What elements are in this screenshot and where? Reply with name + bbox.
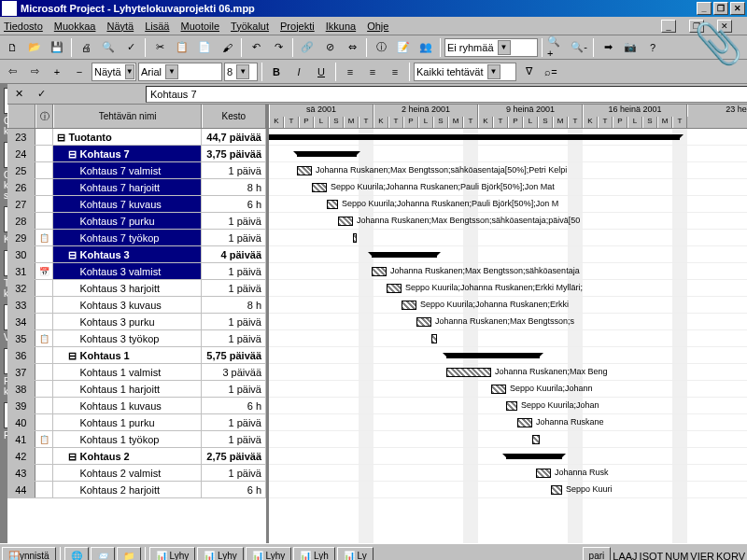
duration-cell[interactable]: 1 päivä	[202, 314, 266, 329]
task-name-cell[interactable]: Kohtaus 1 harjoitt	[53, 381, 201, 397]
task-bar[interactable]	[551, 485, 562, 495]
zoom-out-button[interactable]: 🔍-	[569, 37, 589, 58]
split-button[interactable]: ⇔	[342, 37, 362, 58]
task-bar[interactable]	[506, 401, 517, 411]
task-name-cell[interactable]: ⊟ Kohtaus 3	[53, 246, 201, 262]
duration-cell[interactable]: 4 päivää	[202, 246, 266, 262]
paste-button[interactable]: 📄	[194, 37, 215, 58]
table-row[interactable]: 43Kohtaus 2 valmist1 päivä	[7, 465, 266, 482]
task-bar[interactable]	[402, 301, 416, 310]
gantt-row[interactable]: Seppo Kuurila;Johan	[269, 398, 747, 414]
gantt-row[interactable]: Johanna Ruskanen;Max Bengtsson;sähköasen…	[269, 162, 747, 179]
filter-for-button[interactable]: ⌕=	[541, 62, 561, 82]
task-bar[interactable]	[536, 469, 551, 478]
taskbar-app[interactable]: 📨	[91, 547, 115, 561]
duration-cell[interactable]: 6 h	[202, 196, 266, 212]
assign-button[interactable]: 👥	[416, 37, 436, 58]
preview-button[interactable]: 🔍	[98, 37, 119, 58]
task-name-cell[interactable]: Kohtaus 7 kuvaus	[53, 196, 201, 212]
table-row[interactable]: 23⊟ Tuotanto44,7 päivää	[7, 129, 266, 146]
outline-toggle-icon[interactable]: ⊟	[57, 132, 68, 143]
row-number[interactable]: 25	[7, 162, 35, 178]
camera-button[interactable]: 📷	[620, 37, 641, 58]
task-bar[interactable]	[532, 435, 540, 444]
task-name-cell[interactable]: Kohtaus 2 valmist	[53, 465, 201, 481]
task-name-cell[interactable]: Kohtaus 1 kuvaus	[53, 398, 201, 413]
row-number[interactable]: 24	[7, 146, 35, 161]
indicator-header[interactable]: ⓘ	[35, 105, 54, 128]
gantt-row[interactable]	[269, 448, 747, 465]
align-right-button[interactable]: ≡	[385, 62, 405, 82]
fontsize-combo[interactable]: 8▼	[224, 63, 258, 81]
row-number[interactable]: 44	[7, 482, 35, 497]
gantt-row[interactable]: Johanna Rusk	[269, 465, 747, 482]
gantt-row[interactable]: Seppo Kuurila;Johann	[269, 381, 747, 398]
menu-file[interactable]: Tiedosto	[4, 21, 43, 32]
table-row[interactable]: 29📋Kohtaus 7 työkop1 päivä	[7, 230, 266, 246]
row-number[interactable]: 30	[7, 246, 35, 262]
duration-cell[interactable]: 3 päivää	[202, 364, 266, 380]
table-row[interactable]: 41📋Kohtaus 1 työkop1 päivä	[7, 431, 266, 448]
gantt-row[interactable]: Johanna Ruskanen;Max Bengtsson;s	[269, 314, 747, 330]
mdi-maximize-button[interactable]: ❐	[689, 20, 704, 33]
autofilter-button[interactable]: ∇	[518, 62, 539, 82]
row-number[interactable]: 36	[7, 347, 35, 363]
table-row[interactable]: 35📋Kohtaus 3 työkop1 päivä	[7, 330, 266, 347]
taskname-header[interactable]: Tehtävän nimi	[53, 105, 201, 128]
menu-tools[interactable]: Työkalut	[231, 21, 269, 32]
row-number[interactable]: 34	[7, 314, 35, 329]
font-combo[interactable]: Arial▼	[138, 63, 222, 81]
task-name-cell[interactable]: Kohtaus 2 harjoitt	[53, 482, 201, 497]
maximize-button[interactable]: ❐	[713, 2, 728, 15]
task-name-cell[interactable]: Kohtaus 1 purku	[53, 414, 201, 430]
task-bar[interactable]	[491, 385, 506, 394]
task-bar[interactable]	[517, 418, 532, 427]
cell-entry-field[interactable]: Kohtaus 7	[146, 86, 747, 103]
gantt-row[interactable]	[269, 146, 747, 162]
duration-cell[interactable]: 1 päivä	[202, 280, 266, 296]
table-row[interactable]: 34Kohtaus 3 purku1 päivä	[7, 314, 266, 330]
duration-cell[interactable]: 5,75 päivää	[202, 347, 266, 363]
row-number[interactable]: 29	[7, 230, 35, 245]
menu-project[interactable]: Projekti	[280, 21, 315, 32]
duration-cell[interactable]: 44,7 päivää	[202, 129, 266, 145]
task-name-cell[interactable]: Kohtaus 1 työkop	[53, 431, 201, 447]
nav-back-button[interactable]: ⇦	[2, 62, 22, 82]
task-name-cell[interactable]: Kohtaus 7 valmist	[53, 162, 201, 178]
row-number[interactable]: 40	[7, 414, 35, 430]
gantt-row[interactable]: Johanna Ruskanen;Max Bengtsson;sähköasen…	[269, 263, 747, 280]
task-bar[interactable]	[353, 233, 357, 243]
menu-view[interactable]: Näytä	[106, 21, 134, 32]
gantt-row[interactable]: Seppo Kuurila;Johanna Ruskanen;Pauli Bjö…	[269, 179, 747, 196]
menu-insert[interactable]: Lisää	[145, 21, 169, 32]
table-row[interactable]: 40Kohtaus 1 purku1 päivä	[7, 414, 266, 431]
table-row[interactable]: 24⊟ Kohtaus 73,75 päivää	[7, 146, 266, 162]
gantt-row[interactable]: Johanna Ruskane	[269, 414, 747, 431]
taskbar-window[interactable]: 📊 Lyh	[293, 547, 335, 561]
gantt-row[interactable]	[269, 230, 747, 246]
minimize-button[interactable]: _	[697, 2, 712, 15]
new-button[interactable]: 🗋	[2, 37, 22, 58]
row-number[interactable]: 33	[7, 297, 35, 313]
gantt-row[interactable]	[269, 129, 747, 146]
row-number[interactable]: 37	[7, 364, 35, 380]
row-number[interactable]: 23	[7, 129, 35, 145]
zoom-in-button[interactable]: 🔍+	[546, 37, 567, 58]
table-row[interactable]: 37Kohtaus 1 valmist3 päivää	[7, 364, 266, 381]
task-name-cell[interactable]: Kohtaus 7 työkop	[53, 230, 201, 245]
duration-cell[interactable]: 1 päivä	[202, 230, 266, 245]
spell-button[interactable]: ✓	[120, 37, 141, 58]
table-row[interactable]: 30⊟ Kohtaus 34 päivää	[7, 246, 266, 263]
duration-cell[interactable]: 6 h	[202, 482, 266, 497]
group-combo[interactable]: Ei ryhmää▼	[444, 38, 538, 57]
task-name-cell[interactable]: Kohtaus 1 valmist	[53, 364, 201, 380]
gantt-row[interactable]	[269, 330, 747, 347]
summary-bar[interactable]	[372, 252, 437, 258]
taskbar-window[interactable]: 📊 Lyhy	[149, 547, 196, 561]
align-left-button[interactable]: ≡	[340, 62, 360, 82]
summary-bar[interactable]	[297, 151, 357, 157]
row-number[interactable]: 27	[7, 196, 35, 212]
task-name-cell[interactable]: ⊟ Tuotanto	[53, 129, 201, 145]
taskbar-app[interactable]: 📁	[117, 547, 141, 561]
row-number[interactable]: 32	[7, 280, 35, 296]
